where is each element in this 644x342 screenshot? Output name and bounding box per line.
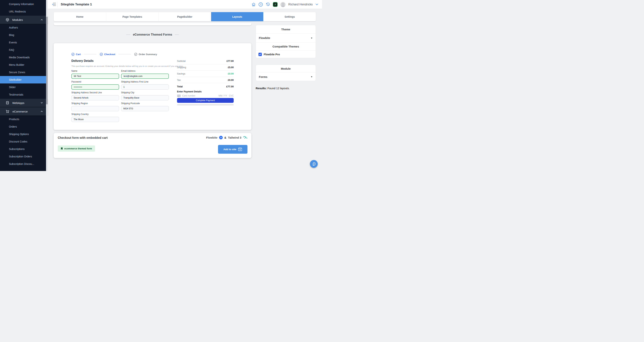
- sidebar-item-company-information[interactable]: Company Information: [0, 0, 48, 8]
- summary-row-tax: Tax£0.00: [177, 77, 234, 83]
- step-cart[interactable]: Cart: [71, 53, 81, 56]
- sidebar-item-blog[interactable]: Blog: [0, 31, 48, 39]
- theme-selected-value: Flowbite: [259, 36, 270, 40]
- shipping-country-label: Shipping Country: [71, 113, 88, 116]
- user-chevron-down-icon[interactable]: [316, 4, 318, 6]
- sidebar-item-shipping-options[interactable]: Shipping Options: [0, 130, 48, 138]
- shipping-city-label: Shipping City: [121, 91, 134, 94]
- email-field[interactable]: [121, 74, 169, 79]
- sidebar-item-subscription-discounts[interactable]: Subscription Discou...: [0, 160, 48, 168]
- flowbite-pro-checkbox[interactable]: [258, 53, 262, 56]
- tab-settings[interactable]: Settings: [263, 12, 316, 21]
- password-label: Password: [71, 80, 81, 83]
- step-checkout[interactable]: Checkout: [100, 53, 115, 56]
- summary-value: £5.00: [228, 66, 234, 69]
- results-value: Found 12 layouts.: [267, 86, 290, 90]
- user-menu[interactable]: Richard Hendricks: [288, 3, 313, 6]
- home-icon[interactable]: [252, 2, 256, 7]
- scrolled-card-remnant: [54, 23, 252, 25]
- history-icon[interactable]: [266, 2, 270, 7]
- payment-progress-track: [177, 104, 234, 106]
- sidebar-item-orders[interactable]: Orders: [0, 123, 48, 130]
- theme-card-header: Theme: [256, 25, 316, 34]
- siteglide-logo-icon[interactable]: [273, 2, 278, 7]
- step-label: Checkout: [104, 53, 115, 56]
- name-field[interactable]: [71, 74, 119, 79]
- flowbite-label: Flowbite: [206, 136, 218, 139]
- help-glyph: ?: [260, 3, 262, 6]
- chat-button[interactable]: [310, 160, 318, 168]
- shipping-city-field[interactable]: [121, 95, 169, 100]
- check-circle-icon: [100, 53, 103, 56]
- flowbite-pro-row: Flowbite Pro: [256, 51, 316, 58]
- scrollbar-thumb[interactable]: [46, 17, 48, 104]
- checkout-stepper: Cart Checkout Order Summary: [71, 52, 169, 56]
- add-to-site-label: Add to site: [224, 148, 236, 151]
- shipping-address-first-line-field[interactable]: [121, 84, 169, 90]
- sidebar-group-ecommerce[interactable]: eCommerce: [0, 107, 48, 116]
- sidebar-item-testimonials[interactable]: Testimonials: [0, 91, 48, 98]
- sidebar-scrollbar[interactable]: [46, 0, 48, 171]
- tab-pagebuilder[interactable]: PageBuilder: [158, 12, 211, 21]
- chevron-down-icon: [40, 102, 43, 104]
- theme-title: Theme: [281, 28, 290, 31]
- card-number-input[interactable]: Card number MM / YY CVC: [177, 94, 234, 98]
- flowbite-icon: [219, 136, 223, 139]
- summary-row-savings: Savings£0.00: [177, 70, 234, 77]
- shipping-region-label: Shipping Region: [71, 102, 88, 105]
- shipping-address-first-line-label: Shipping Address First Line: [121, 80, 148, 83]
- sidebar-group-label: Modules: [12, 18, 23, 22]
- sidebar-group-modules[interactable]: Modules: [0, 16, 48, 24]
- email-label: Email Address: [121, 70, 136, 72]
- sidebar-item-events[interactable]: Events: [0, 39, 48, 46]
- cube-icon: [6, 18, 9, 22]
- summary-row-shipping: Shipping£5.00: [177, 64, 234, 70]
- step-label: Order Summary: [139, 53, 157, 56]
- tab-page-templates[interactable]: Page Templates: [106, 12, 158, 21]
- summary-value: £77.00: [226, 60, 234, 62]
- step-order-summary[interactable]: Order Summary: [134, 53, 157, 56]
- sidebar-item-authors[interactable]: Authors: [0, 24, 48, 31]
- sidebar-item-subscriptions[interactable]: Subscriptions: [0, 145, 48, 153]
- summary-label: Tax: [177, 79, 180, 82]
- summary-label: Total: [177, 85, 182, 88]
- sidebar-item-products[interactable]: Products: [0, 116, 48, 123]
- theme-select[interactable]: Flowbite ▼: [256, 34, 316, 42]
- shipping-postcode-field[interactable]: [121, 106, 169, 111]
- complete-payment-button[interactable]: Complete Payment: [177, 98, 234, 103]
- sidebar-item-sitebuilder[interactable]: SiteBuilder: [0, 76, 48, 84]
- page-title: Siteglide Template 1: [61, 0, 92, 9]
- shipping-country-field[interactable]: [71, 117, 119, 122]
- summary-label: Shipping: [177, 66, 186, 69]
- add-to-site-button[interactable]: Add to site: [218, 145, 248, 154]
- shipping-address-second-line-field[interactable]: [71, 95, 119, 100]
- compatible-themes-title: Compatible Themes: [272, 45, 299, 48]
- shipping-region-field[interactable]: [71, 106, 119, 111]
- sidebar-item-subscription-orders[interactable]: Subscription Orders: [0, 153, 48, 160]
- module-select[interactable]: Forms ▼: [256, 72, 316, 81]
- sidebar-item-discount-codes[interactable]: Discount Codes: [0, 138, 48, 145]
- tab-layouts[interactable]: Layouts: [211, 12, 264, 21]
- check-circle-icon: [134, 53, 137, 56]
- sidebar-item-menu-builder[interactable]: Menu Builder: [0, 61, 48, 68]
- sidebar-item-faq[interactable]: FAQ: [0, 46, 48, 54]
- sidebar-item-media-downloads[interactable]: Media Downloads: [0, 54, 48, 61]
- cart-icon: [6, 110, 10, 113]
- database-icon: [6, 101, 9, 105]
- help-icon[interactable]: ?: [259, 2, 263, 6]
- sidebar-group-webapps[interactable]: WebApps: [0, 99, 48, 107]
- avatar[interactable]: [280, 2, 286, 7]
- summary-row-total: Total£77.00: [177, 83, 234, 90]
- sidebar-item-secure-zones[interactable]: Secure Zones: [0, 68, 48, 76]
- chat-bubble-icon: [312, 162, 316, 166]
- tab-home[interactable]: Home: [54, 12, 106, 21]
- caret-down-icon: ▼: [311, 76, 313, 78]
- sidebar-item-slider[interactable]: Slider: [0, 84, 48, 91]
- sidebar-item-url-redirects[interactable]: URL Redirects: [0, 8, 48, 15]
- compatible-themes-header: Compatible Themes: [256, 42, 316, 51]
- password-field[interactable]: [71, 84, 119, 90]
- shipping-address-second-line-label: Shipping Address Second Line: [71, 91, 102, 94]
- credit-card-icon: [177, 94, 181, 97]
- sidebar-collapse-icon[interactable]: [52, 2, 56, 7]
- results-summary: Results: Found 12 layouts.: [256, 86, 290, 90]
